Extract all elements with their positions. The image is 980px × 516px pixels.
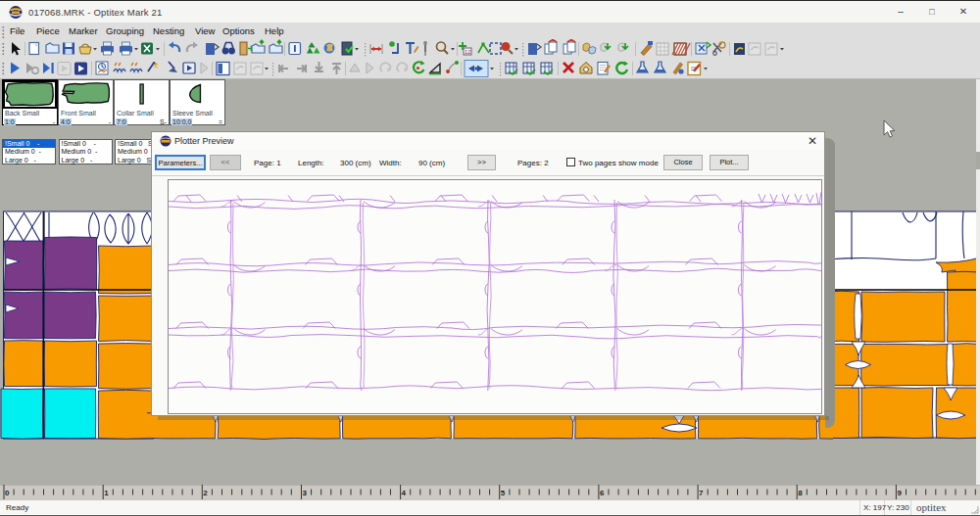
svg-text:3: 3	[303, 489, 308, 497]
svg-text:12: 12	[465, 49, 471, 55]
svg-text:2: 2	[203, 489, 208, 497]
svg-text:4: 4	[402, 489, 407, 497]
svg-text:7: 7	[699, 489, 704, 497]
svg-text:6: 6	[600, 489, 605, 497]
svg-text:1: 1	[104, 489, 109, 497]
svg-text:9: 9	[897, 489, 902, 497]
svg-text:5: 5	[501, 489, 506, 497]
svg-text:8: 8	[798, 489, 803, 497]
svg-text:0: 0	[5, 489, 10, 497]
